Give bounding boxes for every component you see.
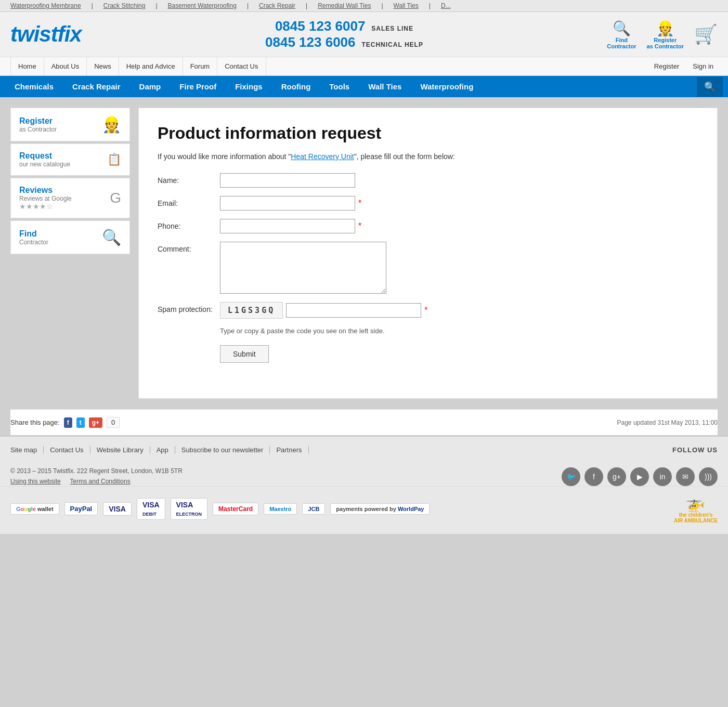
facebook-share-btn[interactable]: f <box>64 417 72 428</box>
email-field: * <box>220 196 698 211</box>
nav-contact[interactable]: Contact Us <box>217 57 266 75</box>
spam-label: Spam protection: <box>158 302 220 313</box>
linkedin-icon[interactable]: in <box>653 467 672 486</box>
footer-sitemap[interactable]: Site map <box>10 446 44 454</box>
twitter-icon[interactable]: 🐦 <box>562 467 580 486</box>
share-count: 0 <box>107 417 120 428</box>
ticker-link-crack-repair[interactable]: Crack Repair <box>259 2 295 9</box>
phone-input[interactable] <box>220 219 355 233</box>
cat-fixings[interactable]: Fixings <box>226 76 272 97</box>
sidebar-find-sub: Contractor <box>19 239 48 246</box>
googleplus-icon[interactable]: g+ <box>607 467 626 486</box>
nav-register[interactable]: Register <box>650 57 683 75</box>
ticker-link-remedial[interactable]: Remedial Wall Ties <box>318 2 371 9</box>
email-icon[interactable]: ✉ <box>676 467 695 486</box>
email-row: Email: * <box>158 196 698 211</box>
email-input[interactable] <box>220 196 355 211</box>
cat-fire-proof[interactable]: Fire Proof <box>170 76 226 97</box>
footer-library[interactable]: Website Library <box>90 446 150 454</box>
tech-label: TECHNICAL HELP <box>361 41 423 48</box>
site-logo[interactable]: twistfix <box>10 23 82 45</box>
search-icon: 🔍 <box>704 81 716 93</box>
find-contractor-btn[interactable]: 🔍 FindContractor <box>607 20 636 49</box>
footer-app[interactable]: App <box>150 446 175 454</box>
facebook-icon[interactable]: f <box>584 467 603 486</box>
nav-signin[interactable]: Sign in <box>688 57 718 75</box>
product-link[interactable]: Heat Recovery Unit <box>291 152 354 161</box>
payment-methods: Google wallet PayPal VISA VISADEBIT VISA… <box>0 486 728 534</box>
footer: Site map Contact Us Website Library App … <box>0 435 728 534</box>
social-icons: 🐦 f g+ ▶ in ✉ ))) <box>562 467 718 486</box>
email-label: Email: <box>158 196 220 207</box>
cat-damp[interactable]: Damp <box>130 76 171 97</box>
ticker-link-crack-stitching[interactable]: Crack Stitching <box>103 2 146 9</box>
captcha-input[interactable] <box>286 303 421 318</box>
footer-contact[interactable]: Contact Us <box>44 446 90 454</box>
sidebar-find-contractor[interactable]: Find Contractor 🔍 <box>10 220 130 254</box>
nav-about[interactable]: About Us <box>44 57 87 75</box>
sidebar-catalogue[interactable]: Request our new catalogue 📋 <box>10 143 130 176</box>
terms-link[interactable]: Terms and Conditions <box>70 478 131 485</box>
cat-waterproofing[interactable]: Waterproofing <box>411 76 483 97</box>
rss-icon[interactable]: ))) <box>699 467 718 486</box>
sidebar-reviews[interactable]: Reviews Reviews at Google ★★★★☆ G <box>10 178 130 218</box>
sidebar-catalogue-sub: our new catalogue <box>19 161 70 168</box>
form-intro: If you would like more information about… <box>158 152 698 161</box>
comment-textarea[interactable] <box>220 242 386 294</box>
sidebar-register[interactable]: Register as Contractor 👷 <box>10 108 130 141</box>
ticker-link-more[interactable]: D... <box>441 2 451 9</box>
ticker-link-waterproofing[interactable]: Waterproofing Membrane <box>10 2 81 9</box>
ticker-link-basement[interactable]: Basement Waterproofing <box>168 2 237 9</box>
footer-copyright: © 2013 – 2015 Twistfix. 222 Regent Stree… <box>10 467 562 475</box>
contractor-register-icon: 👷 <box>102 115 121 134</box>
cat-crack-repair[interactable]: Crack Repair <box>63 76 130 97</box>
captcha-display: L1GS3GQ <box>220 302 283 319</box>
payment-maestro: Maestro <box>264 503 297 515</box>
footer-newsletter[interactable]: Subscribe to our newsletter <box>175 446 270 454</box>
name-input[interactable] <box>220 173 355 188</box>
payment-google-wallet: Google wallet <box>10 503 59 515</box>
nav-forum[interactable]: Forum <box>183 57 218 75</box>
phone-block: 0845 123 6007 SALES LINE 0845 123 6006 T… <box>97 18 592 50</box>
form-title: Product information request <box>158 124 698 143</box>
sales-label: SALES LINE <box>371 25 413 32</box>
footer-partners[interactable]: Partners <box>270 446 308 454</box>
nav-right: Register Sign in <box>650 57 718 75</box>
footer-legal: Using this website Terms and Conditions <box>10 477 562 485</box>
nav-home[interactable]: Home <box>10 57 44 75</box>
comment-row: Comment: <box>158 242 698 294</box>
googleplus-share-btn[interactable]: g+ <box>89 417 102 428</box>
register-contractor-btn[interactable]: 👷 Registeras Contractor <box>646 20 684 49</box>
payment-visa: VISA <box>103 502 132 516</box>
name-row: Name: <box>158 173 698 188</box>
email-required: * <box>358 199 361 208</box>
phone-label: Phone: <box>158 219 220 230</box>
name-label: Name: <box>158 173 220 185</box>
youtube-icon[interactable]: ▶ <box>630 467 649 486</box>
phone-required: * <box>358 221 361 231</box>
sales-phone: 0845 123 6007 <box>275 18 366 34</box>
sidebar-register-title: Register <box>19 116 57 126</box>
ticker-link-wall-ties[interactable]: Wall Ties <box>394 2 419 9</box>
nav-news[interactable]: News <box>87 57 119 75</box>
cat-wall-ties[interactable]: Wall Ties <box>359 76 411 97</box>
category-search-button[interactable]: 🔍 <box>697 77 723 97</box>
nav-help[interactable]: Help and Advice <box>119 57 183 75</box>
submit-button[interactable]: Submit <box>220 345 269 363</box>
twitter-share-btn[interactable]: t <box>76 417 85 428</box>
cart-button[interactable]: 🛒 <box>694 23 718 45</box>
category-bar: Chemicals Crack Repair Damp Fire Proof F… <box>0 76 728 97</box>
form-container: Product information request If you would… <box>138 108 718 399</box>
payment-worldpay: payments powered by WorldPay <box>330 503 430 515</box>
share-label: Share this page: <box>10 418 60 426</box>
follow-us-label: FOLLOW US <box>672 446 718 454</box>
payment-visa-debit: VISADEBIT <box>137 498 165 520</box>
find-contractor-label: FindContractor <box>607 37 636 49</box>
cat-tools[interactable]: Tools <box>320 76 359 97</box>
cat-roofing[interactable]: Roofing <box>272 76 320 97</box>
sidebar-reviews-sub: Reviews at Google <box>19 195 72 202</box>
using-website-link[interactable]: Using this website <box>10 478 61 485</box>
cat-chemicals[interactable]: Chemicals <box>5 76 63 97</box>
google-stars: ★★★★☆ <box>19 202 72 211</box>
payment-paypal: PayPal <box>64 502 98 515</box>
